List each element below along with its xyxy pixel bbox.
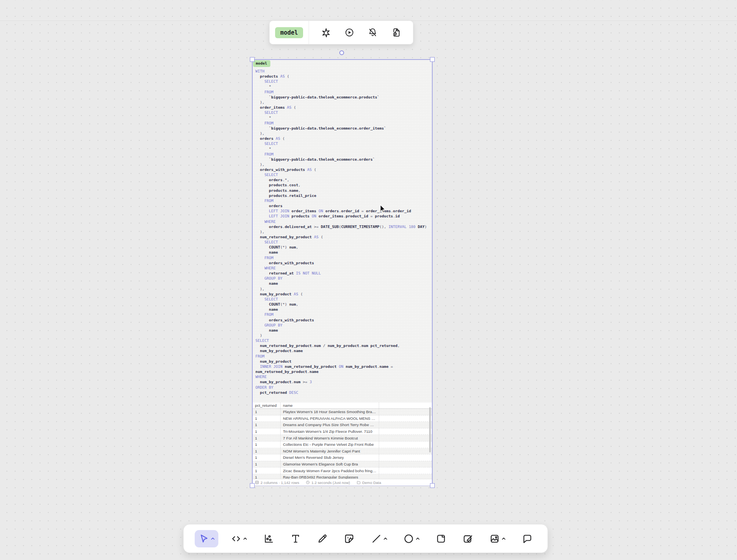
code-line: orders_with_products bbox=[255, 317, 430, 323]
cell-name: NOM Women's Maternity Jennifer Capri Pan… bbox=[281, 448, 379, 454]
chevron-up-icon bbox=[243, 537, 247, 540]
code-line: SELECT bbox=[255, 239, 430, 245]
run-cell-icon[interactable] bbox=[342, 26, 356, 39]
cell-pct-returned: 1 bbox=[253, 409, 281, 415]
code-line: INNER JOIN num_returned_by_product ON nu… bbox=[255, 364, 430, 369]
code-line: name bbox=[255, 281, 430, 286]
line-tool[interactable] bbox=[367, 530, 391, 547]
cell-pct-returned: 1 bbox=[253, 448, 281, 454]
resize-handle-top-right[interactable] bbox=[430, 57, 435, 62]
code-line: orders.delivered_at >= DATE_SUB(CURRENT_… bbox=[255, 224, 430, 229]
text-tool[interactable] bbox=[287, 530, 305, 547]
comment-tool[interactable] bbox=[518, 530, 536, 547]
cell-empty bbox=[379, 422, 432, 428]
code-line: SELECT bbox=[255, 79, 430, 84]
results-scrollbar[interactable] bbox=[429, 407, 431, 452]
cell-empty bbox=[379, 428, 432, 435]
stamp-tool[interactable] bbox=[459, 530, 477, 547]
code-line: SELECT bbox=[255, 297, 430, 302]
cell-name: Ray-Ban 0RB3492 Rectangular Sunglasses bbox=[281, 474, 379, 479]
cell-name: Zicac Beauty Women Favor 2pcs Padded boh… bbox=[281, 467, 379, 474]
code-line: orders.*, bbox=[255, 177, 430, 182]
table-row[interactable]: 1Glamorise Women's Elegance Soft Cup Bra bbox=[253, 461, 432, 468]
table-row[interactable]: 1NOM Women's Maternity Jennifer Capri Pa… bbox=[253, 448, 432, 455]
cell-empty bbox=[379, 415, 432, 422]
cell-empty bbox=[379, 448, 432, 454]
notifications-off-icon[interactable] bbox=[366, 26, 380, 39]
chevron-up-icon bbox=[502, 537, 506, 540]
table-row[interactable]: 1Dreams and Company Plus Size Short Terr… bbox=[253, 422, 432, 428]
resize-handle-top-left[interactable] bbox=[250, 57, 255, 62]
code-line: `bigquery-public-data.thelook_ecommerce.… bbox=[255, 95, 430, 100]
code-line: num_returned_by_product AS ( bbox=[255, 234, 430, 239]
comment-icon bbox=[522, 533, 533, 544]
code-line: * bbox=[255, 84, 430, 89]
stamp-icon bbox=[462, 533, 473, 544]
code-line: ), bbox=[255, 100, 430, 105]
sql-model-cell[interactable]: model WITH products AS ( SELECT * FROM `… bbox=[253, 60, 432, 485]
table-row[interactable]: 1Zicac Beauty Women Favor 2pcs Padded bo… bbox=[253, 467, 432, 474]
code-line: name bbox=[255, 328, 430, 333]
image-tool[interactable] bbox=[486, 530, 509, 547]
cell-empty bbox=[379, 409, 432, 415]
cell-empty bbox=[379, 467, 432, 474]
status-data-source: Demo Data bbox=[357, 480, 381, 485]
cell-title-badge[interactable]: model bbox=[253, 60, 270, 67]
code-line: num_by_product bbox=[255, 359, 430, 364]
code-line: WITH bbox=[255, 69, 430, 74]
export-file-icon[interactable] bbox=[389, 26, 403, 39]
column-header-empty bbox=[379, 402, 432, 408]
table-row[interactable]: 1Playtex Women's 18 Hour Seamless Smooth… bbox=[253, 409, 432, 415]
code-line: SELECT bbox=[255, 141, 430, 146]
code-line: ), bbox=[255, 162, 430, 167]
frame-tool[interactable] bbox=[432, 530, 450, 547]
cell-name: Glamorise Women's Elegance Soft Cup Bra bbox=[281, 461, 379, 467]
resize-handle-bottom-left[interactable] bbox=[250, 483, 255, 488]
cell-name: Tri-Mountain Women's 1/4 Zip Fleece Pull… bbox=[281, 428, 379, 435]
column-header-pct-returned: pct_returned bbox=[253, 402, 281, 408]
chart-tool[interactable] bbox=[260, 530, 278, 547]
cell-pct-returned: 1 bbox=[253, 467, 281, 474]
code-line: `bigquery-public-data.thelook_ecommerce.… bbox=[255, 126, 430, 131]
resize-handle-bottom-right[interactable] bbox=[430, 483, 435, 488]
table-row[interactable]: 1Ray-Ban 0RB3492 Rectangular Sunglasses bbox=[253, 474, 432, 479]
code-line: ), bbox=[255, 131, 430, 136]
pencil-icon bbox=[317, 533, 328, 544]
results-status-bar: 2 columns · 1,142 rows 1.2 seconds (Just… bbox=[253, 479, 432, 486]
cell-pct-returned: 1 bbox=[253, 461, 281, 467]
code-line: `bigquery-public-data.thelook_ecommerce.… bbox=[255, 157, 430, 162]
code-icon bbox=[231, 533, 242, 544]
code-line: name bbox=[255, 307, 430, 312]
code-cell-tool[interactable] bbox=[227, 530, 251, 547]
code-line: name bbox=[255, 250, 430, 255]
results-table: pct_returned name 1Playtex Women's 18 Ho… bbox=[253, 402, 432, 479]
code-line: num_by_product.num >= 3 bbox=[255, 379, 430, 384]
shape-tool[interactable] bbox=[400, 530, 423, 547]
table-row[interactable]: 17 For All Mankind Women's Kimmie Bootcu… bbox=[253, 435, 432, 441]
code-line: WHERE bbox=[255, 374, 430, 379]
model-type-badge[interactable]: model bbox=[275, 27, 303, 38]
ai-sparkle-icon[interactable] bbox=[319, 26, 333, 39]
chevron-up-icon bbox=[211, 537, 215, 540]
code-line: FROM bbox=[255, 152, 430, 157]
table-row[interactable]: 1Diesel Men's Reversed Slub Jersey bbox=[253, 454, 432, 461]
table-row[interactable]: 1Collections Etc - Purple Panne Velvet Z… bbox=[253, 441, 432, 448]
select-tool[interactable] bbox=[195, 530, 218, 547]
sql-code-editor[interactable]: WITH products AS ( SELECT * FROM `bigque… bbox=[255, 69, 430, 395]
cursor-icon bbox=[198, 533, 209, 544]
status-duration: 1.2 seconds (Just now) bbox=[306, 480, 350, 485]
code-line: FROM bbox=[255, 312, 430, 317]
code-line: ), bbox=[255, 229, 430, 234]
code-line: COUNT(*) num, bbox=[255, 302, 430, 307]
cell-empty bbox=[379, 454, 432, 461]
table-row[interactable]: 1Tri-Mountain Women's 1/4 Zip Fleece Pul… bbox=[253, 428, 432, 435]
draw-tool[interactable] bbox=[313, 530, 331, 547]
table-row[interactable]: 1NEW ARRIVAL PERUVIAN ALPACA WOOL MENS S… bbox=[253, 415, 432, 422]
code-line: order_items AS ( bbox=[255, 105, 430, 110]
sticker-tool[interactable] bbox=[340, 530, 358, 547]
cell-name: NEW ARRIVAL PERUVIAN ALPACA WOOL MENS SW… bbox=[281, 415, 379, 422]
cell-pct-returned: 1 bbox=[253, 422, 281, 428]
cell-connector-handle[interactable] bbox=[339, 50, 344, 55]
frame-icon bbox=[436, 533, 447, 544]
code-line: orders_with_products bbox=[255, 260, 430, 265]
